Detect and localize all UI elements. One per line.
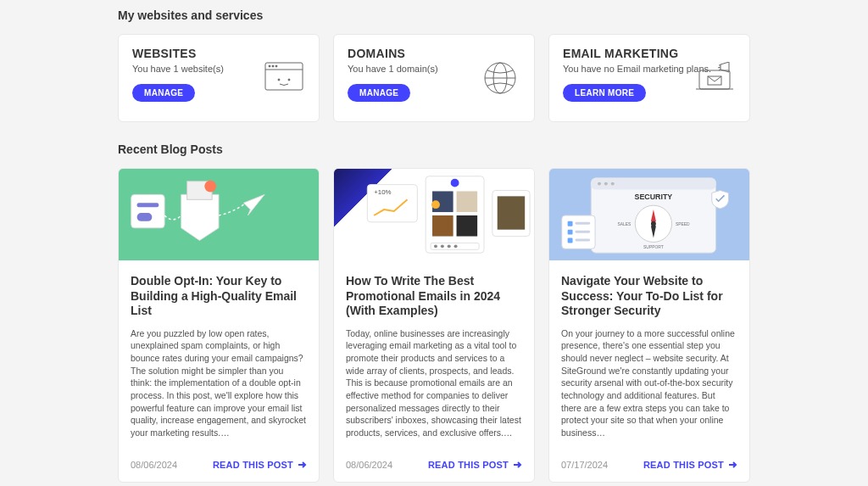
domains-card: DOMAINS You have 1 domain(s) MANAGE bbox=[333, 34, 535, 122]
svg-rect-52 bbox=[575, 222, 590, 225]
svg-text:SUPPORT: SUPPORT bbox=[643, 245, 664, 249]
svg-rect-18 bbox=[137, 213, 153, 221]
post-excerpt: Today, online businesses are increasingl… bbox=[346, 327, 522, 439]
svg-rect-17 bbox=[137, 203, 159, 207]
svg-rect-55 bbox=[568, 238, 573, 243]
svg-point-6 bbox=[288, 79, 290, 81]
email-marketing-card: EMAIL MARKETING You have no Email market… bbox=[548, 34, 750, 122]
post-excerpt: Are you puzzled by low open rates, unexp… bbox=[131, 327, 307, 439]
svg-rect-23 bbox=[426, 176, 484, 253]
read-post-link[interactable]: READ THIS POST bbox=[213, 460, 307, 470]
arrow-right-icon bbox=[297, 460, 307, 470]
post-illustration: +10% bbox=[334, 169, 534, 260]
svg-point-24 bbox=[451, 179, 459, 187]
svg-point-39 bbox=[598, 182, 601, 186]
svg-rect-54 bbox=[575, 231, 590, 233]
svg-rect-27 bbox=[432, 215, 453, 237]
svg-rect-28 bbox=[457, 215, 478, 237]
post-excerpt: On your journey to a more successful onl… bbox=[561, 327, 737, 439]
post-title: Navigate Your Website to Success: Your T… bbox=[561, 274, 737, 319]
svg-text:SECURITY: SECURITY bbox=[635, 193, 673, 201]
browser-window-icon bbox=[264, 62, 305, 94]
post-title: Double Opt-In: Your Key to Building a Hi… bbox=[131, 274, 307, 319]
svg-point-46 bbox=[651, 221, 656, 226]
svg-point-5 bbox=[278, 79, 280, 81]
svg-point-40 bbox=[604, 182, 608, 186]
posts-row: Double Opt-In: Your Key to Building a Hi… bbox=[118, 168, 750, 483]
svg-rect-53 bbox=[568, 230, 573, 235]
arrow-right-icon bbox=[727, 460, 737, 470]
read-post-label: READ THIS POST bbox=[428, 460, 509, 470]
svg-rect-51 bbox=[568, 221, 573, 226]
svg-rect-38 bbox=[591, 178, 716, 190]
svg-rect-36 bbox=[498, 196, 525, 229]
manage-websites-button[interactable]: MANAGE bbox=[132, 84, 195, 102]
megaphone-laptop-icon bbox=[695, 62, 736, 94]
svg-point-32 bbox=[441, 244, 444, 248]
email-title: EMAIL MARKETING bbox=[563, 47, 736, 60]
blog-post-card: +10% bbox=[333, 168, 535, 483]
services-section-title: My websites and services bbox=[118, 8, 750, 22]
svg-point-2 bbox=[269, 65, 270, 67]
post-date: 08/06/2024 bbox=[346, 460, 392, 470]
svg-rect-0 bbox=[265, 63, 303, 90]
read-post-label: READ THIS POST bbox=[643, 460, 724, 470]
svg-point-3 bbox=[272, 65, 274, 67]
svg-point-29 bbox=[431, 200, 440, 209]
svg-point-31 bbox=[434, 244, 437, 248]
domains-title: DOMAINS bbox=[348, 47, 520, 60]
read-post-link[interactable]: READ THIS POST bbox=[643, 460, 737, 470]
post-title: How To Write The Best Promotional Emails… bbox=[346, 274, 522, 319]
post-date: 08/06/2024 bbox=[131, 460, 177, 470]
svg-line-13 bbox=[719, 65, 721, 66]
svg-rect-56 bbox=[575, 239, 590, 242]
read-post-link[interactable]: READ THIS POST bbox=[428, 460, 522, 470]
blog-post-card: SECURITY SALES SPEED SUPPORT bbox=[548, 168, 750, 483]
post-illustration bbox=[119, 169, 319, 260]
globe-icon bbox=[480, 62, 520, 94]
services-row: WEBSITES You have 1 website(s) MANAGE DO… bbox=[118, 34, 750, 122]
svg-text:+10%: +10% bbox=[374, 188, 391, 196]
svg-rect-10 bbox=[699, 70, 730, 89]
read-post-label: READ THIS POST bbox=[213, 460, 293, 470]
websites-card: WEBSITES You have 1 website(s) MANAGE bbox=[118, 34, 320, 122]
manage-domains-button[interactable]: MANAGE bbox=[348, 84, 410, 102]
svg-text:SALES: SALES bbox=[618, 222, 632, 226]
svg-rect-26 bbox=[457, 191, 478, 212]
svg-rect-16 bbox=[131, 194, 164, 227]
svg-point-20 bbox=[204, 181, 216, 193]
svg-point-33 bbox=[448, 244, 451, 248]
svg-point-4 bbox=[275, 65, 277, 67]
post-date: 07/17/2024 bbox=[561, 460, 608, 470]
blog-section-title: Recent Blog Posts bbox=[118, 142, 750, 156]
learn-more-email-button[interactable]: LEARN MORE bbox=[563, 84, 646, 102]
post-illustration: SECURITY SALES SPEED SUPPORT bbox=[549, 169, 749, 260]
websites-title: WEBSITES bbox=[132, 47, 305, 60]
svg-point-34 bbox=[454, 244, 458, 248]
svg-text:SPEED: SPEED bbox=[676, 222, 690, 226]
svg-point-41 bbox=[611, 182, 615, 186]
blog-post-card: Double Opt-In: Your Key to Building a Hi… bbox=[118, 168, 320, 483]
arrow-right-icon bbox=[512, 460, 522, 470]
